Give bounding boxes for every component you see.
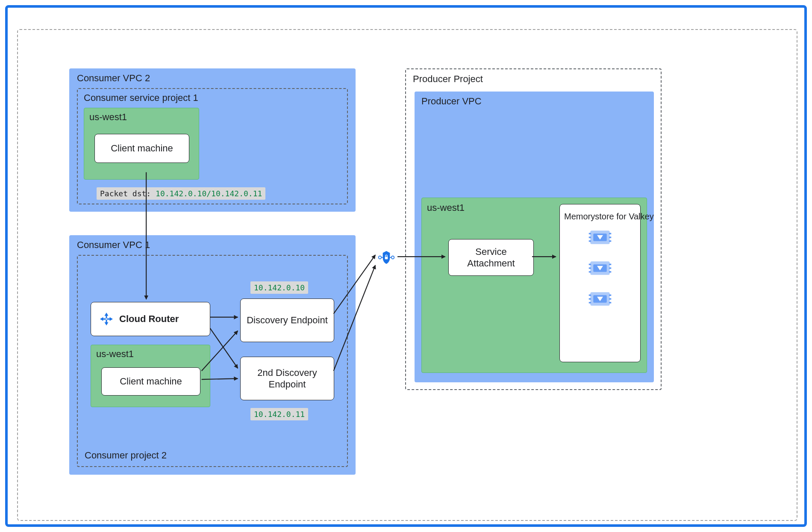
- svg-rect-12: [589, 264, 591, 266]
- ep2-ip-chip: 10.142.0.11: [250, 408, 308, 420]
- svg-rect-3: [589, 233, 591, 235]
- consumer-vpc-1: Consumer VPC 1 Cloud Router: [69, 235, 356, 475]
- consumer-project-2: Cloud Router us-west1 Client machine 10.…: [77, 255, 348, 467]
- svg-rect-31: [385, 257, 388, 259]
- svg-rect-8: [609, 240, 611, 242]
- consumer-vpc-2: Consumer VPC 2 Consumer service project …: [69, 68, 356, 212]
- consumer-project1-title: Consumer service project 1: [84, 92, 198, 103]
- consumer-vpc2-region: us-west1 Client machine: [84, 108, 199, 180]
- memorystore-title: Memorystore for Valkey: [564, 211, 636, 222]
- service-attachment: Service Attachment: [448, 239, 534, 276]
- producer-vpc-title: Producer VPC: [421, 96, 482, 107]
- svg-rect-5: [589, 240, 591, 242]
- client-machine-1: Client machine: [94, 134, 189, 163]
- svg-rect-26: [609, 302, 611, 304]
- svg-rect-15: [609, 264, 611, 266]
- producer-project: Producer Project Producer VPC us-west1 S…: [405, 68, 662, 390]
- svg-rect-4: [589, 236, 591, 238]
- svg-rect-13: [589, 267, 591, 269]
- svg-rect-23: [589, 302, 591, 304]
- memorystore-for-valkey: Memorystore for Valkey: [559, 204, 641, 362]
- svg-rect-24: [609, 295, 611, 296]
- consumer-service-project-1: Consumer service project 1 us-west1 Clie…: [77, 88, 348, 204]
- consumer-vpc2-title: Consumer VPC 2: [77, 73, 150, 84]
- svg-rect-22: [589, 298, 591, 300]
- private-service-connect-icon: [378, 248, 395, 267]
- consumer-vpc2-region-label: us-west1: [89, 112, 127, 123]
- consumer-vpc1-region: us-west1 Client machine: [91, 345, 210, 407]
- client-machine-2-label: Client machine: [120, 375, 182, 387]
- memorystore-icon: [588, 228, 612, 247]
- producer-project-title: Producer Project: [413, 74, 483, 85]
- cloud-router-icon: [99, 311, 114, 327]
- consumer-vpc1-title: Consumer VPC 1: [77, 239, 150, 251]
- memorystore-icon: [588, 290, 612, 308]
- discovery-endpoint-label: Discovery Endpoint: [247, 314, 328, 326]
- svg-point-27: [379, 256, 382, 259]
- service-attachment-label: Service Attachment: [453, 246, 529, 269]
- logo-bold: Google: [19, 11, 59, 24]
- consumer-vpc1-region-label: us-west1: [96, 349, 134, 360]
- second-discovery-endpoint: 2nd Discovery Endpoint: [240, 357, 334, 400]
- producer-vpc: Producer VPC us-west1 Service Attachment…: [415, 92, 654, 382]
- producer-region: us-west1 Service Attachment Memorystore …: [421, 198, 647, 373]
- memorystore-instances: [564, 228, 636, 308]
- svg-rect-14: [589, 271, 591, 273]
- consumer-project2-title: Consumer project 2: [85, 450, 167, 461]
- google-cloud-logo: Google Cloud: [19, 11, 93, 25]
- svg-rect-16: [609, 267, 611, 269]
- cloud-router-card: Cloud Router: [91, 302, 210, 336]
- logo-rest: Cloud: [62, 11, 93, 24]
- memorystore-icon: [588, 259, 612, 278]
- client-machine-1-label: Client machine: [111, 142, 173, 154]
- producer-region-label: us-west1: [427, 202, 465, 213]
- second-discovery-endpoint-label: 2nd Discovery Endpoint: [245, 367, 330, 390]
- client-machine-2: Client machine: [101, 367, 200, 396]
- diagram-canvas: Consumer VPC 2 Consumer service project …: [17, 29, 797, 521]
- discovery-endpoint: Discovery Endpoint: [240, 299, 334, 342]
- svg-rect-25: [609, 298, 611, 300]
- svg-rect-21: [589, 295, 591, 296]
- cloud-router-label: Cloud Router: [119, 313, 179, 325]
- svg-point-28: [391, 256, 394, 259]
- svg-rect-17: [609, 271, 611, 273]
- packet-dst-chip: Packet dst: 10.142.0.10/10.142.0.11: [97, 187, 265, 200]
- ep1-ip-chip: 10.142.0.10: [250, 281, 308, 294]
- svg-rect-7: [609, 236, 611, 238]
- google-cloud-frame: Google Cloud Consumer VPC 2 Consumer ser…: [5, 5, 807, 527]
- packet-dst-key: Packet dst:: [100, 189, 151, 198]
- svg-rect-6: [609, 233, 611, 235]
- packet-dst-value: 10.142.0.10/10.142.0.11: [156, 189, 262, 198]
